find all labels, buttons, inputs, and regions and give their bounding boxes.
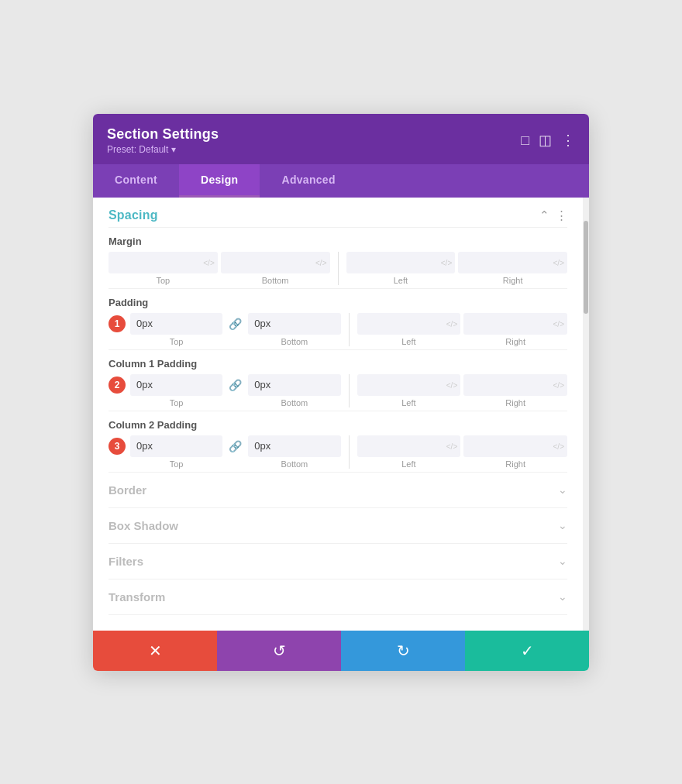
- col2-padding-field-row: 3 Top 🔗 Bottom: [108, 435, 567, 469]
- col1-right-responsive-icon: </>: [553, 380, 564, 389]
- margin-top-input[interactable]: </>: [108, 252, 218, 273]
- col1-padding-top-input[interactable]: [130, 374, 222, 396]
- box-shadow-section[interactable]: Box Shadow ⌄: [108, 508, 567, 544]
- col1-padding-top-wrap: Top: [130, 374, 222, 407]
- col1-padding-group: Column 1 Padding 2 Top 🔗: [108, 350, 567, 411]
- margin-label: Margin: [108, 236, 567, 247]
- padding-separator: [349, 313, 350, 346]
- tab-advanced[interactable]: Advanced: [260, 164, 356, 198]
- scrollbar-track[interactable]: [583, 198, 589, 631]
- padding-top-label: Top: [170, 337, 184, 346]
- margin-bottom-input[interactable]: </>: [221, 252, 330, 273]
- padding-bottom-input[interactable]: [248, 313, 340, 335]
- padding-label: Padding: [108, 297, 567, 308]
- padding-right-responsive-icon: </>: [553, 319, 564, 328]
- box-shadow-chevron-icon: ⌄: [558, 519, 567, 531]
- padding-left-label: Left: [401, 337, 415, 346]
- filters-chevron-icon: ⌄: [558, 555, 567, 567]
- margin-left-wrap: </> Left: [346, 252, 456, 285]
- redo-icon: ↻: [397, 641, 410, 660]
- tab-content[interactable]: Content: [93, 164, 179, 198]
- save-button[interactable]: ✓: [465, 631, 589, 671]
- responsive-icon[interactable]: □: [521, 132, 529, 149]
- col1-padding-left-wrap: </> Left: [357, 374, 461, 407]
- padding-right-label: Right: [505, 337, 525, 346]
- col2-padding-top-input[interactable]: [130, 435, 222, 457]
- col1-padding-top-bottom: Top 🔗 Bottom: [130, 374, 341, 407]
- col2-padding-label: Column 2 Padding: [108, 419, 567, 431]
- col1-padding-badge: 2: [108, 377, 126, 394]
- padding-link-icon[interactable]: 🔗: [226, 302, 245, 346]
- border-section[interactable]: Border ⌄: [108, 473, 567, 508]
- col2-right-responsive-icon: </>: [553, 442, 564, 450]
- padding-right-input[interactable]: </>: [463, 313, 567, 335]
- col2-padding-right-input[interactable]: </>: [463, 435, 567, 457]
- padding-bottom-wrap: Bottom: [248, 313, 340, 346]
- filters-label: Filters: [108, 555, 143, 568]
- spacing-title: Spacing: [108, 208, 158, 222]
- scrollbar-thumb[interactable]: [584, 221, 588, 314]
- col2-padding-right-label: Right: [505, 459, 525, 469]
- tab-design[interactable]: Design: [179, 164, 260, 198]
- col1-padding-left-input[interactable]: </>: [357, 374, 461, 396]
- col2-padding-top-label: Top: [170, 459, 184, 469]
- margin-left-label: Left: [394, 276, 408, 285]
- col2-left-responsive-icon: </>: [446, 442, 457, 450]
- col1-padding-bottom-input[interactable]: [248, 374, 340, 396]
- col1-padding-left-label: Left: [401, 398, 415, 407]
- margin-right-responsive-icon: </>: [553, 258, 564, 266]
- col2-padding-left-wrap: </> Left: [357, 435, 461, 469]
- more-icon[interactable]: ⋮: [561, 132, 575, 149]
- header-icons: □ ◫ ⋮: [521, 132, 575, 149]
- margin-top-bottom: </> Top </> Bottom: [108, 252, 330, 285]
- spacing-more-icon[interactable]: ⋮: [556, 208, 567, 222]
- cancel-button[interactable]: ✕: [93, 631, 217, 671]
- panel-title: Section Settings: [107, 126, 219, 143]
- border-label: Border: [108, 483, 146, 497]
- col1-padding-field-row: 2 Top 🔗 Bottom: [108, 374, 567, 407]
- section-settings-panel: Section Settings Preset: Default ▾ □ ◫ ⋮…: [93, 114, 589, 671]
- margin-right-input[interactable]: </>: [458, 252, 567, 273]
- panel-content: Spacing ⌃ ⋮ Margin </> Top: [93, 198, 583, 631]
- col1-padding-right-label: Right: [505, 398, 525, 407]
- spacing-section-icons: ⌃ ⋮: [539, 208, 567, 222]
- margin-left-right: </> Left </> Right: [346, 252, 568, 285]
- col2-padding-right-wrap: </> Right: [463, 435, 567, 469]
- col1-padding-link-icon[interactable]: 🔗: [226, 363, 245, 407]
- col2-padding-left-input[interactable]: </>: [357, 435, 461, 457]
- col1-padding-left-right: </> Left </> Right: [357, 374, 568, 407]
- margin-field-row: </> Top </> Bottom: [108, 252, 567, 285]
- redo-button[interactable]: ↻: [341, 631, 465, 671]
- undo-button[interactable]: ↺: [217, 631, 341, 671]
- layout-icon[interactable]: ◫: [539, 132, 552, 149]
- padding-left-wrap: </> Left: [357, 313, 461, 346]
- panel-preset[interactable]: Preset: Default ▾: [107, 144, 219, 155]
- transform-section[interactable]: Transform ⌄: [108, 579, 567, 615]
- col2-padding-bottom-input[interactable]: [248, 435, 340, 457]
- padding-inputs-row: Top 🔗 Bottom: [130, 313, 567, 346]
- col2-padding-left-right: </> Left </> Right: [357, 435, 568, 469]
- margin-bottom-label: Bottom: [262, 276, 289, 285]
- col1-padding-bottom-label: Bottom: [281, 398, 308, 407]
- col1-padding-bottom-wrap: Bottom: [248, 374, 340, 407]
- tabs-bar: Content Design Advanced: [93, 164, 589, 198]
- padding-top-bottom: Top 🔗 Bottom: [130, 313, 341, 346]
- col2-padding-group: Column 2 Padding 3 Top 🔗: [108, 411, 567, 473]
- padding-left-responsive-icon: </>: [446, 319, 457, 328]
- margin-right-label: Right: [503, 276, 523, 285]
- padding-left-input[interactable]: </>: [357, 313, 461, 335]
- col1-padding-right-input[interactable]: </>: [463, 374, 567, 396]
- margin-left-input[interactable]: </>: [346, 252, 456, 273]
- save-icon: ✓: [521, 641, 534, 660]
- margin-left-responsive-icon: </>: [441, 258, 452, 266]
- col2-padding-top-bottom: Top 🔗 Bottom: [130, 435, 341, 469]
- collapse-icon[interactable]: ⌃: [539, 208, 549, 222]
- margin-bottom-responsive-icon: </>: [315, 258, 326, 266]
- col2-padding-link-icon[interactable]: 🔗: [226, 425, 245, 469]
- padding-top-input[interactable]: [130, 313, 222, 335]
- panel-header: Section Settings Preset: Default ▾ □ ◫ ⋮: [93, 114, 589, 164]
- undo-icon: ↺: [273, 641, 286, 660]
- filters-section[interactable]: Filters ⌄: [108, 544, 567, 579]
- padding-top-wrap: Top: [130, 313, 222, 346]
- padding-left-right: </> Left </> Right: [357, 313, 568, 346]
